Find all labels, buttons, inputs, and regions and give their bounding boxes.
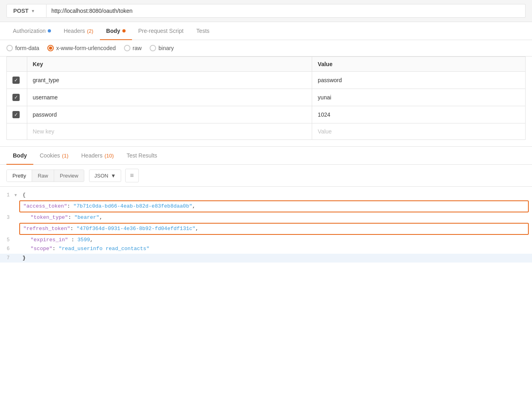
tab-authorization-label: Authorization xyxy=(13,28,46,34)
resp-tab-cookies-label: Cookies xyxy=(40,152,60,159)
kv-table: Key Value ✓ grant_type password ✓ userna… xyxy=(7,57,525,139)
resp-headers-badge: (10) xyxy=(104,153,114,159)
resp-tab-body[interactable]: Body xyxy=(6,147,33,164)
format-btn-group: Pretty Raw Preview xyxy=(6,170,84,182)
row3-check[interactable]: ✓ xyxy=(7,106,27,123)
row3-value[interactable]: 1024 xyxy=(312,106,525,123)
json-chevron-icon: ▼ xyxy=(111,173,116,179)
radio-form-data-label: form-data xyxy=(15,45,39,51)
checkbox-2[interactable]: ✓ xyxy=(12,94,20,101)
col-key-header: Key xyxy=(27,57,312,72)
body-type-row: form-data x-www-form-urlencoded raw bina… xyxy=(0,40,532,57)
checkbox-1[interactable]: ✓ xyxy=(12,77,20,84)
row2-check[interactable]: ✓ xyxy=(7,89,27,106)
headers-badge: (2) xyxy=(87,28,93,34)
radio-urlencoded-circle xyxy=(47,45,54,51)
tab-tests[interactable]: Tests xyxy=(190,22,216,40)
resp-tab-headers[interactable]: Headers (10) xyxy=(75,147,120,164)
wrap-icon: ≡ xyxy=(130,172,134,179)
line-content-7: } xyxy=(21,254,532,263)
raw-btn[interactable]: Raw xyxy=(32,170,54,182)
tab-prerequest-label: Pre-request Script xyxy=(138,28,184,34)
response-tabs: Body Cookies (1) Headers (10) Test Resul… xyxy=(0,147,532,165)
line-content-5: "expires_in" : 3599, xyxy=(21,236,532,244)
resp-tab-cookies[interactable]: Cookies (1) xyxy=(33,147,75,164)
radio-urlencoded-label: x-www-form-urlencoded xyxy=(56,45,116,51)
json-line-3: 3 "token_type": "bearer", xyxy=(0,213,532,222)
tab-body-label: Body xyxy=(106,28,120,34)
table-row: ✓ password 1024 xyxy=(7,106,525,123)
url-input[interactable] xyxy=(47,4,526,18)
request-tabs: Authorization Headers (2) Body Pre-reque… xyxy=(0,22,532,40)
table-row: ✓ username yunai xyxy=(7,89,525,106)
cookies-badge: (1) xyxy=(62,153,69,159)
col-check-header xyxy=(7,57,27,72)
line-content-4: "refresh_token": "470f364d-0931-4e36-8b9… xyxy=(22,224,526,233)
method-chevron: ▼ xyxy=(31,9,35,13)
authorization-dot xyxy=(48,29,51,32)
row1-value[interactable]: password xyxy=(312,72,525,89)
json-type-label: JSON xyxy=(94,173,108,179)
new-key-input[interactable]: New key xyxy=(27,123,312,140)
line-arrow-1: ▼ xyxy=(14,192,19,199)
tab-authorization[interactable]: Authorization xyxy=(6,22,57,40)
line-content-1: { xyxy=(21,191,532,200)
radio-binary-label: binary xyxy=(158,45,174,51)
row2-value[interactable]: yunai xyxy=(312,89,525,106)
line-num-6: 6 xyxy=(0,245,14,253)
body-dot xyxy=(122,29,126,32)
tab-headers[interactable]: Headers (2) xyxy=(57,22,100,40)
radio-binary[interactable]: binary xyxy=(150,45,174,51)
tab-prerequest[interactable]: Pre-request Script xyxy=(132,22,190,40)
json-type-selector[interactable]: JSON ▼ xyxy=(89,170,121,182)
json-line-7: 7 } xyxy=(0,254,532,263)
line-content-3: "token_type": "bearer", xyxy=(21,213,532,222)
row2-key[interactable]: username xyxy=(27,89,312,106)
resp-tab-testresults-label: Test Results xyxy=(127,152,157,159)
row3-key[interactable]: password xyxy=(27,106,312,123)
row1-check[interactable]: ✓ xyxy=(7,72,27,89)
line-content-2: "access_token": "7b71c0da-bd66-4eab-b82d… xyxy=(22,202,526,211)
line-num-1: 1 xyxy=(0,191,14,199)
line-num-3: 3 xyxy=(0,214,14,222)
wrap-btn[interactable]: ≡ xyxy=(125,169,139,182)
radio-form-data[interactable]: form-data xyxy=(6,45,39,51)
line-num-7: 7 xyxy=(0,254,14,262)
checkbox-3[interactable]: ✓ xyxy=(12,111,20,118)
radio-raw-label: raw xyxy=(133,45,142,51)
preview-btn[interactable]: Preview xyxy=(54,170,84,182)
tab-tests-label: Tests xyxy=(196,28,209,34)
pretty-btn[interactable]: Pretty xyxy=(7,170,32,182)
radio-binary-circle xyxy=(150,45,156,51)
kv-table-container: Key Value ✓ grant_type password ✓ userna… xyxy=(6,57,526,140)
new-value-input[interactable]: Value xyxy=(312,123,525,140)
method-label: POST xyxy=(13,8,28,14)
json-line-6: 6 "scope": "read_userinfo read_contacts" xyxy=(0,244,532,253)
json-line-4: "refresh_token": "470f364d-0931-4e36-8b9… xyxy=(20,224,528,234)
table-row-new: New key Value xyxy=(7,123,525,140)
json-line-1: 1 ▼ { xyxy=(0,191,532,200)
resp-tab-testresults[interactable]: Test Results xyxy=(120,147,164,164)
row1-key[interactable]: grant_type xyxy=(27,72,312,89)
radio-raw-circle xyxy=(124,45,130,51)
radio-urlencoded[interactable]: x-www-form-urlencoded xyxy=(47,45,116,51)
col-value-header: Value xyxy=(312,57,525,72)
resp-tab-body-label: Body xyxy=(13,152,27,159)
resp-tab-headers-label: Headers xyxy=(81,152,102,159)
table-row: ✓ grant_type password xyxy=(7,72,525,89)
tab-headers-label: Headers xyxy=(64,28,85,34)
json-line-5: 5 "expires_in" : 3599, xyxy=(0,236,532,244)
new-row-check xyxy=(7,123,27,140)
tab-body[interactable]: Body xyxy=(100,22,132,40)
line-num-5: 5 xyxy=(0,236,14,244)
radio-raw[interactable]: raw xyxy=(124,45,142,51)
json-line-2: "access_token": "7b71c0da-bd66-4eab-b82d… xyxy=(20,201,528,212)
method-selector[interactable]: POST ▼ xyxy=(6,4,47,18)
response-section: Body Cookies (1) Headers (10) Test Resul… xyxy=(0,146,532,267)
radio-form-data-circle xyxy=(6,45,13,51)
url-bar: POST ▼ xyxy=(0,0,532,22)
line-content-6: "scope": "read_userinfo read_contacts" xyxy=(21,244,532,253)
json-response-body: 1 ▼ { "access_token": "7b71c0da-bd66-4ea… xyxy=(0,187,532,267)
response-toolbar: Pretty Raw Preview JSON ▼ ≡ xyxy=(0,165,532,187)
